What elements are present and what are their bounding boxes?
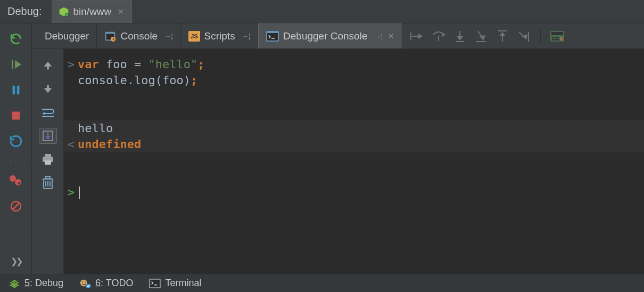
close-icon[interactable]: ✕ [118,7,124,16]
prompt-marker: > [64,184,78,200]
svg-marker-51 [42,112,45,115]
svg-marker-30 [480,35,485,40]
svg-rect-7 [12,112,20,120]
bottom-tool-bar: 5: Debug 6: TODO Terminal [0,274,644,292]
step-over-button[interactable] [430,28,448,44]
svg-rect-77 [150,279,160,287]
run-to-cursor-button[interactable] [515,28,533,44]
pin-icon[interactable]: →¦ [374,33,382,40]
rerun-button[interactable] [7,31,25,47]
debug-session-tab[interactable]: bin/www ✕ [52,0,133,23]
svg-marker-4 [15,60,21,69]
toolwindow-label: 6: TODO [95,278,133,289]
stop-button[interactable] [7,108,25,124]
svg-rect-46 [557,39,559,40]
js-icon: JS [188,31,200,42]
scroll-down-button[interactable] [39,81,57,97]
terminal-icon [149,279,161,288]
mute-breakpoints-button[interactable] [7,198,25,214]
pin-icon[interactable]: →¦ [164,32,172,40]
svg-rect-19 [267,33,278,40]
step-out-button[interactable] [493,28,511,44]
terminal-icon [266,31,279,42]
console-output-line: hello [64,120,644,136]
blank-line [64,104,644,120]
svg-rect-41 [555,37,557,38]
separator [540,29,541,43]
svg-point-10 [18,182,20,184]
svg-rect-49 [47,85,49,88]
console-return-line: < undefined [64,136,644,152]
svg-rect-6 [16,86,19,95]
scroll-to-end-button[interactable] [39,128,57,144]
tab-label: Debugger [45,30,89,42]
svg-line-12 [12,202,20,210]
scroll-up-button[interactable] [39,58,57,74]
clear-all-button[interactable] [39,175,57,191]
svg-rect-42 [557,37,559,38]
toolwindow-debug[interactable]: 5: Debug [9,278,63,289]
session-file: bin/www [73,6,112,18]
svg-rect-56 [45,154,51,157]
toolwindow-label: 5: Debug [24,278,63,289]
debug-title-bar: Debug: bin/www ✕ [0,0,644,23]
force-step-into-button[interactable] [472,28,490,44]
svg-rect-44 [552,39,554,40]
pin-icon[interactable]: →¦ [242,32,250,40]
svg-text:JS: JS [191,33,197,39]
close-icon[interactable]: ✕ [388,32,394,40]
tab-label: Console [120,30,158,42]
input-marker: > [64,56,78,72]
svg-marker-36 [522,34,527,39]
toolwindow-todo[interactable]: 6: TODO [79,278,133,289]
console-input-line: > var foo = "hello"; [64,56,644,72]
caret [79,186,80,199]
tab-scripts[interactable]: JS Scripts →¦ [181,23,258,48]
svg-marker-33 [499,32,506,36]
svg-rect-45 [555,39,557,40]
svg-marker-27 [457,36,463,40]
tab-label: Scripts [204,30,235,42]
resume-button[interactable] [7,56,25,72]
soft-wrap-button[interactable] [39,104,57,120]
separator-dots: · · · · ·· · · · · [5,159,27,163]
restart-button[interactable] [7,133,25,149]
toolwindow-label: Terminal [165,278,201,289]
bug-icon [9,278,20,289]
svg-point-2 [65,13,68,16]
debug-label: Debug: [7,5,42,18]
svg-rect-48 [47,66,49,69]
print-button[interactable] [39,151,57,167]
tab-label: Debugger Console [283,30,367,42]
todo-icon [79,278,91,289]
step-into-button[interactable] [451,28,469,44]
debugger-console-output[interactable]: > var foo = "hello"; console.log(foo); h… [64,49,644,274]
toolwindow-terminal[interactable]: Terminal [149,278,201,289]
output-text: hello [78,120,113,136]
svg-marker-50 [44,88,52,93]
pause-button[interactable] [7,82,25,98]
return-value: undefined [78,136,141,152]
code-text: console.log(foo); [78,72,197,88]
svg-rect-58 [45,160,51,165]
blank-line [64,168,644,184]
console-prompt-line[interactable]: > [64,184,644,200]
svg-rect-64 [46,176,50,179]
step-actions-toolbar [402,23,572,48]
prompt-input[interactable] [78,184,80,200]
nodejs-icon [59,6,69,17]
view-breakpoints-button[interactable] [7,173,25,189]
svg-point-9 [15,179,21,185]
debug-tabstrip: Debugger Console →¦ JS Scripts →¦ [32,23,644,49]
svg-point-65 [11,280,18,288]
tab-debugger-console[interactable]: Debugger Console →¦ ✕ [258,23,402,48]
expand-icon[interactable]: ❯❯ [11,256,21,266]
input-marker [64,72,78,88]
svg-point-70 [12,282,13,283]
svg-rect-5 [12,86,15,95]
tab-console[interactable]: Console →¦ [97,23,180,48]
show-execution-point-button[interactable] [408,28,426,44]
evaluate-expression-button[interactable] [548,28,566,44]
svg-rect-23 [410,33,411,40]
tab-debugger[interactable]: Debugger [37,23,97,48]
